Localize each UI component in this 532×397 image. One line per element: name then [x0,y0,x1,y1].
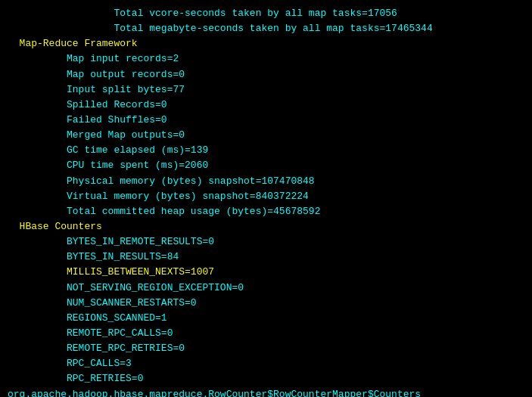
log-line: Map output records=0 [8,67,524,82]
log-line: BYTES_IN_REMOTE_RESULTS=0 [8,234,524,250]
log-text: RPC_CALLS=3 [8,358,132,369]
log-text: BYTES_IN_REMOTE_RESULTS=0 [8,236,214,247]
log-line: GC time elapsed (ms)=139 [8,143,524,158]
log-text: RPC_RETRIES=0 [8,373,143,384]
log-line: REMOTE_RPC_RETRIES=0 [8,341,524,356]
log-text: HBase Counters [8,221,102,232]
log-line: RPC_RETRIES=0 [8,371,524,386]
log-line: Failed Shuffles=0 [8,113,524,128]
log-text: org.apache.hadoop.hbase.mapreduce.RowCou… [8,389,421,397]
log-line: CPU time spent (ms)=2060 [8,158,524,173]
log-text: NOT_SERVING_REGION_EXCEPTION=0 [8,282,244,293]
log-line: Map-Reduce Framework [8,36,524,51]
log-text: BYTES_IN_RESULTS=84 [8,251,179,262]
log-text: REGIONS_SCANNED=1 [8,312,167,324]
log-text: Total vcore-seconds taken by all map tas… [8,8,397,19]
log-text: Map-Reduce Framework [8,38,138,49]
log-text: Map output records=0 [8,69,185,80]
log-line: Spilled Records=0 [8,98,524,113]
log-line: Virtual memory (bytes) snapshot=84037222… [8,189,524,204]
log-text: Spilled Records=0 [8,99,167,110]
log-text: Total committed heap usage (bytes)=45678… [8,206,320,217]
log-text: GC time elapsed (ms)=139 [8,144,208,156]
log-text: Physical memory (bytes) snapshot=1074708… [8,175,315,187]
log-line: REGIONS_SCANNED=1 [8,311,524,326]
log-text: REMOTE_RPC_CALLS=0 [8,327,173,339]
log-line: Total megabyte-seconds taken by all map … [8,21,524,36]
log-text: Input split bytes=77 [8,84,185,95]
log-text: NUM_SCANNER_RESTARTS=0 [8,297,197,309]
log-line: org.apache.hadoop.hbase.mapreduce.RowCou… [8,387,524,397]
log-text: Merged Map outputs=0 [8,129,185,141]
log-text: MILLIS_BETWEEN_NEXTS=1007 [8,266,214,278]
log-line: Total vcore-seconds taken by all map tas… [8,6,524,21]
log-line: Total committed heap usage (bytes)=45678… [8,204,524,219]
log-line: REMOTE_RPC_CALLS=0 [8,326,524,341]
log-text: Failed Shuffles=0 [8,114,167,126]
log-line: Merged Map outputs=0 [8,128,524,143]
terminal-output: Total vcore-seconds taken by all map tas… [8,6,524,397]
log-line: NUM_SCANNER_RESTARTS=0 [8,296,524,311]
log-text: CPU time spent (ms)=2060 [8,160,208,171]
log-line: MILLIS_BETWEEN_NEXTS=1007 [8,265,524,280]
log-line: HBase Counters [8,219,524,234]
log-text: REMOTE_RPC_RETRIES=0 [8,343,185,354]
log-line: NOT_SERVING_REGION_EXCEPTION=0 [8,281,524,296]
log-text: Total megabyte-seconds taken by all map … [8,23,433,34]
log-line: RPC_CALLS=3 [8,356,524,371]
log-text: Map input records=2 [8,53,179,64]
log-line: Input split bytes=77 [8,82,524,98]
log-line: BYTES_IN_RESULTS=84 [8,250,524,265]
log-line: Physical memory (bytes) snapshot=1074708… [8,174,524,189]
log-line: Map input records=2 [8,51,524,67]
log-text: Virtual memory (bytes) snapshot=84037222… [8,191,309,202]
